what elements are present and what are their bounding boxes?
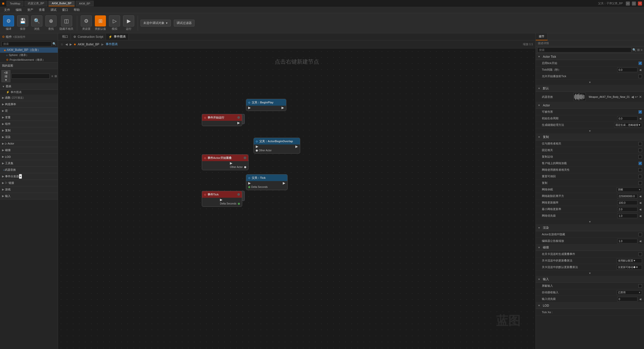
auto-receive-input-dropdown[interactable]: 已禁用 ▼ bbox=[617, 290, 642, 295]
damageable-checkbox[interactable] bbox=[638, 110, 642, 114]
section-lod[interactable]: ▼ LOD bbox=[536, 302, 644, 309]
bp-components-header[interactable]: ▶ 组件 bbox=[0, 121, 58, 127]
bp-construction-header[interactable]: ▶ 构造脚本 bbox=[0, 101, 58, 108]
fixed-relevant-checkbox[interactable] bbox=[638, 149, 642, 152]
bp-graphs-header[interactable]: ▼ 图表 bbox=[0, 83, 58, 90]
save-button[interactable]: 💾 保存 bbox=[17, 15, 28, 31]
allow-pretick-checkbox[interactable] bbox=[638, 75, 642, 78]
enable-tick-checkbox[interactable] bbox=[638, 62, 642, 65]
canvas-area[interactable]: 点击右键新建节点 此节点被禁用，将不会被调用。从引脚连出引线来编译功能。 ◇ 事… bbox=[58, 48, 536, 349]
find-button[interactable]: ⊕ 查找 bbox=[45, 15, 57, 31]
menu-window[interactable]: 窗口 bbox=[60, 7, 71, 13]
tab-weapon-parent[interactable]: 武器父类_BP bbox=[24, 1, 47, 6]
right-search-icon[interactable]: 🔍 bbox=[632, 48, 636, 52]
menu-debug[interactable]: 调试 bbox=[48, 7, 59, 13]
section-replication[interactable]: ▼ 复制 bbox=[536, 134, 644, 140]
right-search-input[interactable] bbox=[537, 47, 631, 52]
replication-expand[interactable]: ▼ bbox=[536, 219, 644, 225]
section-input[interactable]: ▼ 输入 bbox=[536, 276, 644, 283]
simulate-button[interactable]: ▷ 模拟 bbox=[109, 15, 120, 31]
input-priority-input[interactable] bbox=[617, 297, 637, 301]
add-component-button[interactable]: +添加组件 bbox=[13, 35, 25, 39]
actor-hidden-checkbox[interactable] bbox=[638, 233, 642, 236]
tab-construction[interactable]: ⚙ Construction Script bbox=[71, 34, 106, 40]
bp-game-header[interactable]: ▶ 游戏 bbox=[0, 186, 58, 193]
bp-event-graph[interactable]: ⚡ 事件图表 bbox=[0, 90, 58, 95]
net-dormancy-dropdown[interactable]: 苏醒 ▼ bbox=[617, 187, 642, 192]
block-input-checkbox[interactable] bbox=[638, 284, 642, 288]
bp-collision-header[interactable]: ▶ 碰撞 bbox=[0, 147, 58, 154]
tab-testmap[interactable]: TestMap bbox=[7, 1, 24, 6]
menu-assets[interactable]: 资产 bbox=[25, 7, 36, 13]
bp-actor-header[interactable]: ▶ ▷ Actor bbox=[0, 140, 58, 147]
tick-parent-node[interactable]: ◇ 父关：Tick Delta Seconds bbox=[246, 174, 288, 190]
bp-search-input[interactable] bbox=[11, 74, 50, 79]
actor-expand[interactable]: ▼ bbox=[536, 128, 644, 134]
debug-filter-button[interactable]: 调试过滤器 bbox=[174, 20, 194, 26]
tick-interval-input[interactable] bbox=[617, 68, 637, 72]
collision-expand[interactable]: ▼ bbox=[536, 271, 644, 276]
cull-dist-input[interactable] bbox=[617, 194, 637, 198]
browse-button[interactable]: 🔍 浏览 bbox=[31, 15, 42, 31]
net-update-freq-input[interactable] bbox=[617, 200, 637, 205]
replicate-movement-checkbox[interactable] bbox=[638, 155, 642, 159]
view-toggle[interactable]: ≡ bbox=[51, 74, 53, 78]
maximize-button[interactable]: □ bbox=[632, 2, 636, 6]
back-button[interactable]: ◀ bbox=[65, 43, 68, 46]
add-event-button[interactable]: + bbox=[19, 174, 22, 179]
compile-button[interactable]: ⚙ 编译 bbox=[3, 15, 14, 31]
tab-viewport[interactable]: 视口 bbox=[60, 34, 71, 40]
initial-life-input[interactable] bbox=[617, 116, 637, 121]
min-net-update-input[interactable] bbox=[617, 207, 637, 212]
run-button[interactable]: ▶ 运行 bbox=[123, 15, 134, 31]
bp-links-header[interactable]: ▶ ▷ 链接 bbox=[0, 180, 58, 186]
overlap-event-node[interactable]: ◇ 事件Actor开始重叠 Other Actor bbox=[202, 154, 248, 170]
section-collision[interactable]: ▼ 碰撞 bbox=[536, 244, 644, 251]
right-panel-icon1[interactable]: ⊞ bbox=[637, 48, 640, 52]
client-net-load-checkbox[interactable] bbox=[638, 162, 642, 165]
update-overlap-method-dropdown[interactable]: 使用默认配置▼ bbox=[617, 258, 642, 263]
editor-scale-input[interactable] bbox=[617, 239, 637, 243]
class-settings-button[interactable]: ⚙ 类设置 bbox=[81, 15, 92, 31]
right-panel-icon2[interactable]: ≡ bbox=[641, 48, 642, 52]
audio-clear-button[interactable]: ✕ bbox=[639, 95, 642, 99]
menu-edit[interactable]: 编辑 bbox=[13, 7, 24, 13]
hide-button[interactable]: ◫ 隐藏不相关 bbox=[60, 15, 73, 31]
bp-events-header[interactable]: ▶ 事件分发器 + bbox=[0, 173, 58, 180]
audio-play-button[interactable]: ◀ bbox=[631, 95, 634, 99]
section-default[interactable]: ▼ 默认 bbox=[536, 85, 644, 92]
net-priority-input[interactable] bbox=[617, 214, 637, 218]
minimize-button[interactable]: ─ bbox=[626, 2, 630, 6]
debug-target-dropdown[interactable]: 未选中调试对象 ▼ bbox=[141, 20, 171, 26]
bp-input-header[interactable]: ▶ 输入 bbox=[0, 193, 58, 199]
overlap-parent-node[interactable]: ◇ 父关：ActorBeginOverlap Other Actor bbox=[254, 138, 300, 154]
component-projectile[interactable]: ⚙ ProjectileMovement（继承） bbox=[0, 57, 58, 62]
menu-view[interactable]: 查看 bbox=[36, 7, 47, 13]
reset-rewindable-checkbox[interactable] bbox=[638, 175, 642, 178]
spawn-collision-dropdown[interactable]: 固定生成，忽略碰撞▼ bbox=[614, 123, 642, 127]
bp-macro-header[interactable]: ▶ 宏 bbox=[0, 108, 58, 114]
tab-akm-bp[interactable]: AKM_BP bbox=[76, 1, 94, 6]
class-defaults-button[interactable]: ⊞ 类默认值 bbox=[95, 15, 106, 31]
bp-tools-header[interactable]: ▶ 工具集 bbox=[0, 160, 58, 167]
bp-weapon-audio-header[interactable]: ○ 武器音效 bbox=[0, 167, 58, 173]
bp-render-header[interactable]: ▶ 渲染 bbox=[0, 134, 58, 140]
actor-tick-expand[interactable]: ▼ bbox=[536, 80, 644, 85]
level-stream-overlap-checkbox[interactable] bbox=[638, 252, 642, 256]
bp-functions-header[interactable]: ▶ 函数 (22可覆盖) bbox=[0, 95, 58, 101]
beginplay-parent-node[interactable]: ◇ 父关：BeginPlay bbox=[246, 99, 286, 111]
mybp-header[interactable]: 我的蓝图 bbox=[0, 63, 58, 69]
section-actor[interactable]: ▼ Actor bbox=[536, 102, 644, 109]
component-sphere[interactable]: ○ Sphere（继承） bbox=[0, 53, 58, 57]
components-search-input[interactable] bbox=[2, 41, 51, 46]
forward-button[interactable]: ▶ bbox=[70, 43, 72, 46]
menu-file[interactable]: 文件 bbox=[2, 7, 13, 13]
bp-replication-header[interactable]: ▶ 复制 bbox=[0, 127, 58, 134]
section-actor-tick[interactable]: ▼ Actor Tick bbox=[536, 53, 644, 60]
tab-akm-bullet[interactable]: AKM_Bullet_BP bbox=[48, 1, 75, 6]
net-owner-relevancy-checkbox[interactable] bbox=[638, 168, 642, 172]
close-button[interactable]: ✕ bbox=[638, 2, 642, 6]
tick-event-node[interactable]: ◇ 事件Tick Delta Seconds bbox=[202, 191, 242, 207]
audio-find-button[interactable]: ↩ bbox=[635, 95, 638, 99]
component-self[interactable]: ■ AKM_Bullet_BP（自身） bbox=[0, 47, 58, 53]
